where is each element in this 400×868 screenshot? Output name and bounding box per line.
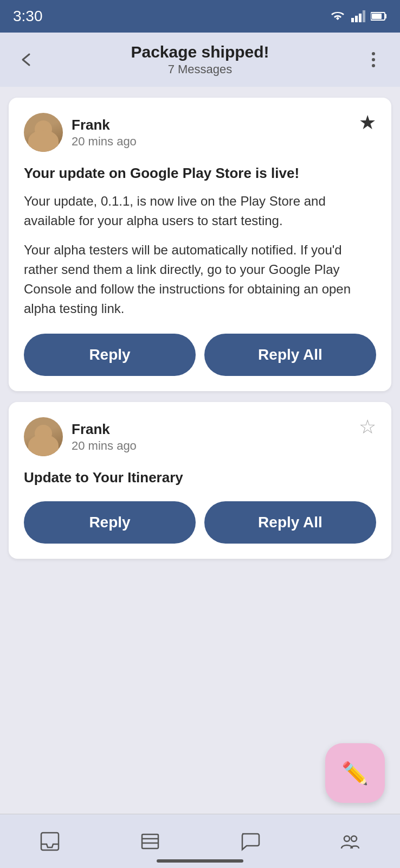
nav-contacts[interactable]	[328, 820, 372, 863]
message-count: 7 Messages	[40, 62, 360, 76]
email-card-1: Frank 20 mins ago ★ Your update on Googl…	[9, 98, 391, 391]
reply-button-1[interactable]: Reply	[24, 334, 196, 376]
wifi-icon	[330, 10, 346, 22]
email-list: Frank 20 mins ago ★ Your update on Googl…	[0, 87, 400, 635]
sender-details-1: Frank 20 mins ago	[72, 117, 137, 149]
status-icons	[330, 10, 387, 22]
more-options-button[interactable]	[360, 46, 387, 73]
email-subject-2: Update to Your Itinerary	[24, 469, 376, 486]
svg-rect-3	[363, 10, 365, 22]
reply-all-button-1[interactable]: Reply All	[204, 334, 376, 376]
star-button-2[interactable]: ☆	[359, 417, 376, 437]
action-buttons-2: Reply Reply All	[24, 501, 376, 544]
email-body-1: Your update on Google Play Store is live…	[24, 165, 376, 318]
sender-details-2: Frank 20 mins ago	[72, 421, 137, 453]
svg-rect-8	[142, 834, 158, 848]
action-buttons-1: Reply Reply All	[24, 334, 376, 376]
sender-info-1: Frank 20 mins ago	[24, 113, 137, 152]
thread-subject: Package shipped!	[40, 43, 360, 61]
compose-icon: ✏️	[341, 761, 369, 786]
back-button[interactable]	[13, 46, 40, 73]
email-header-2: Frank 20 mins ago ☆	[24, 417, 376, 456]
avatar-2	[24, 417, 63, 456]
compose-fab[interactable]: ✏️	[325, 743, 385, 803]
star-button-1[interactable]: ★	[359, 113, 376, 132]
signal-icon	[351, 10, 365, 22]
sender-name-1: Frank	[72, 117, 137, 133]
svg-rect-6	[372, 14, 382, 19]
sender-name-2: Frank	[72, 421, 137, 438]
svg-rect-5	[385, 14, 386, 18]
avatar-1	[24, 113, 63, 152]
svg-point-11	[344, 836, 350, 841]
status-time: 3:30	[13, 8, 43, 25]
email-subject-1: Your update on Google Play Store is live…	[24, 165, 376, 182]
svg-rect-2	[359, 14, 362, 22]
chat-icon	[240, 831, 260, 852]
home-indicator	[157, 859, 243, 863]
reply-all-button-2[interactable]: Reply All	[204, 501, 376, 544]
battery-icon	[371, 12, 387, 21]
contacts-icon	[340, 831, 360, 852]
status-bar: 3:30	[0, 0, 400, 33]
email-paragraph-2: Your alpha testers will be automatically…	[24, 240, 376, 318]
nav-inbox[interactable]	[28, 820, 72, 863]
email-body-2: Update to Your Itinerary	[24, 469, 376, 486]
nav-list[interactable]	[128, 820, 172, 863]
svg-rect-1	[355, 16, 358, 22]
reply-button-2[interactable]: Reply	[24, 501, 196, 544]
svg-point-12	[351, 836, 357, 841]
sender-time-2: 20 mins ago	[72, 439, 137, 453]
email-card-2: Frank 20 mins ago ☆ Update to Your Itine…	[9, 402, 391, 559]
sender-info-2: Frank 20 mins ago	[24, 417, 137, 456]
nav-chat[interactable]	[228, 820, 272, 863]
inbox-icon	[40, 831, 60, 852]
email-header-1: Frank 20 mins ago ★	[24, 113, 376, 152]
sender-time-1: 20 mins ago	[72, 135, 137, 149]
svg-rect-0	[351, 18, 354, 22]
email-text-1: Your update, 0.1.1, is now live on the P…	[24, 192, 376, 318]
email-paragraph-1: Your update, 0.1.1, is now live on the P…	[24, 192, 376, 231]
list-icon	[140, 831, 160, 852]
email-thread-title: Package shipped! 7 Messages	[40, 43, 360, 76]
top-bar: Package shipped! 7 Messages	[0, 33, 400, 87]
